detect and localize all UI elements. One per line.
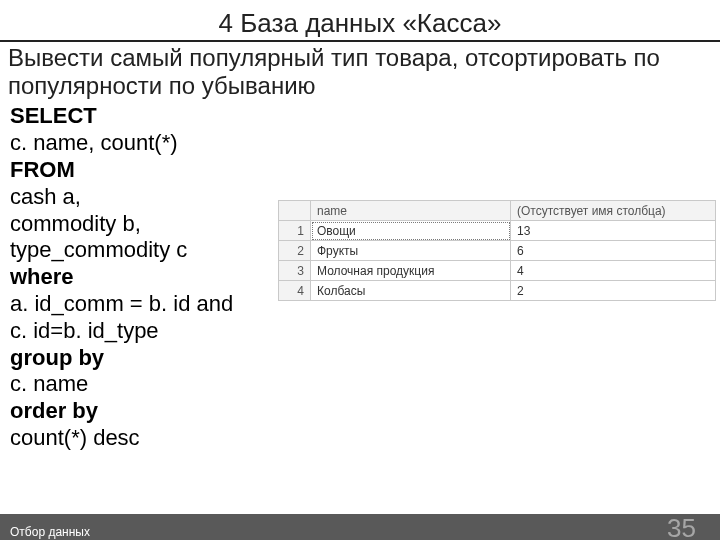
table-row: 2Фрукты6	[279, 241, 716, 261]
table-row: 3Молочная продукция4	[279, 261, 716, 281]
sql-line: c. name, count(*)	[10, 130, 720, 157]
col-rownum	[279, 201, 311, 221]
table-row: 4Колбасы2	[279, 281, 716, 301]
sql-line: c. id=b. id_type	[10, 318, 720, 345]
page-number: 35	[667, 513, 696, 540]
footer-bar	[0, 514, 720, 540]
slide: 4 База данных «Касса» Вывести самый попу…	[0, 6, 720, 540]
cell-count: 6	[511, 241, 716, 261]
cell-count: 4	[511, 261, 716, 281]
cell-rownum: 2	[279, 241, 311, 261]
sql-line: SELECT	[10, 103, 720, 130]
sql-line: c. name	[10, 371, 720, 398]
col-name: name	[311, 201, 511, 221]
sql-line: count(*) desc	[10, 425, 720, 452]
cell-rownum: 3	[279, 261, 311, 281]
task-text: Вывести самый популярный тип товара, отс…	[0, 42, 720, 99]
sql-line: FROM	[10, 157, 720, 184]
cell-count: 2	[511, 281, 716, 301]
sql-line: order by	[10, 398, 720, 425]
cell-rownum: 1	[279, 221, 311, 241]
table-row: 1Овощи13	[279, 221, 716, 241]
cell-name: Молочная продукция	[311, 261, 511, 281]
result-table: name (Отсутствует имя столбца) 1Овощи132…	[278, 200, 716, 301]
sql-line: group by	[10, 345, 720, 372]
footer-left: Отбор данных	[10, 525, 90, 539]
cell-name: Колбасы	[311, 281, 511, 301]
cell-rownum: 4	[279, 281, 311, 301]
cell-name: Фрукты	[311, 241, 511, 261]
slide-title: 4 База данных «Касса»	[0, 6, 720, 40]
result-grid: name (Отсутствует имя столбца) 1Овощи132…	[278, 200, 716, 301]
cell-name: Овощи	[311, 221, 511, 241]
table-header-row: name (Отсутствует имя столбца)	[279, 201, 716, 221]
col-count: (Отсутствует имя столбца)	[511, 201, 716, 221]
cell-count: 13	[511, 221, 716, 241]
title-rule: 4 База данных «Касса»	[0, 6, 720, 42]
